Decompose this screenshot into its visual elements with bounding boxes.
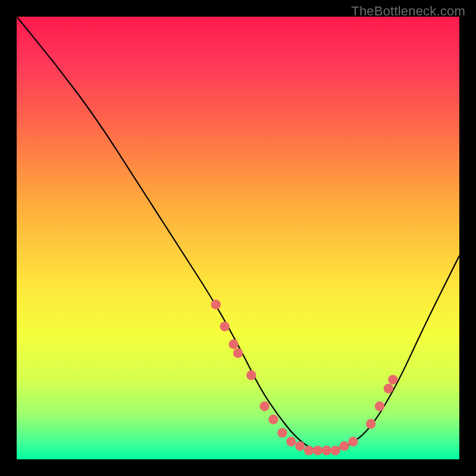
marker-point <box>220 322 229 331</box>
plot-area <box>17 17 459 459</box>
marker-point <box>330 446 340 455</box>
marker-point <box>304 446 314 455</box>
marker-point <box>277 428 287 437</box>
chart-frame: TheBottleneck.com <box>0 0 476 476</box>
marker-point <box>322 446 331 455</box>
bottleneck-curve <box>17 17 459 450</box>
marker-point <box>313 446 322 455</box>
marker-point <box>233 348 243 358</box>
marker-point <box>211 299 221 309</box>
chart-svg <box>17 17 459 459</box>
marker-point <box>348 437 358 446</box>
highlighted-points <box>211 299 398 455</box>
marker-point <box>384 384 393 393</box>
marker-point <box>268 415 278 424</box>
marker-point <box>228 339 238 349</box>
marker-point <box>388 375 397 384</box>
marker-point <box>295 441 305 450</box>
marker-point <box>246 370 256 380</box>
marker-point <box>375 402 384 411</box>
marker-point <box>259 402 269 411</box>
marker-point <box>339 441 349 450</box>
marker-point <box>366 419 375 428</box>
marker-point <box>286 437 296 446</box>
